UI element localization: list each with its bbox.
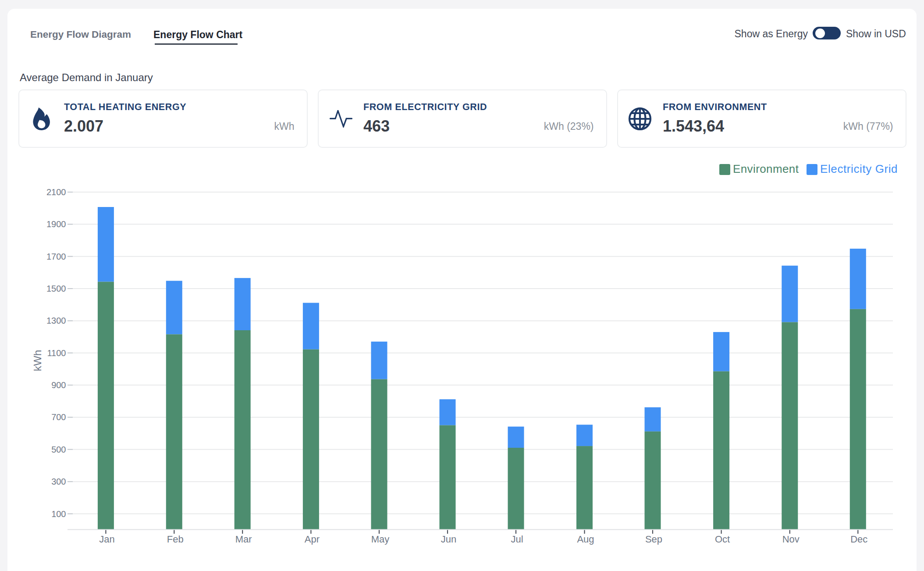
svg-text:Jun: Jun	[441, 534, 456, 545]
svg-text:Sep: Sep	[645, 534, 662, 545]
svg-text:300: 300	[51, 477, 66, 486]
svg-text:Oct: Oct	[715, 534, 730, 545]
svg-text:Mar: Mar	[235, 534, 252, 545]
svg-text:May: May	[371, 534, 390, 545]
svg-text:Aug: Aug	[577, 534, 594, 545]
svg-text:1100: 1100	[47, 348, 66, 358]
svg-text:Electricity Grid: Electricity Grid	[820, 162, 898, 175]
svg-text:Dec: Dec	[850, 534, 867, 545]
svg-text:1900: 1900	[46, 219, 66, 229]
svg-text:Feb: Feb	[167, 534, 184, 545]
svg-text:700: 700	[51, 412, 66, 422]
svg-text:Apr: Apr	[305, 534, 320, 545]
svg-text:1700: 1700	[46, 252, 66, 261]
svg-text:100: 100	[51, 509, 66, 519]
svg-text:Nov: Nov	[782, 534, 800, 545]
svg-text:Environment: Environment	[733, 162, 799, 175]
svg-text:Jul: Jul	[511, 534, 523, 545]
svg-text:1300: 1300	[46, 316, 66, 325]
svg-text:Jan: Jan	[99, 534, 114, 545]
svg-text:kWh: kWh	[32, 350, 43, 371]
svg-text:2100: 2100	[46, 187, 66, 197]
svg-text:1500: 1500	[46, 284, 66, 293]
svg-text:500: 500	[51, 445, 66, 454]
svg-text:900: 900	[51, 380, 66, 390]
